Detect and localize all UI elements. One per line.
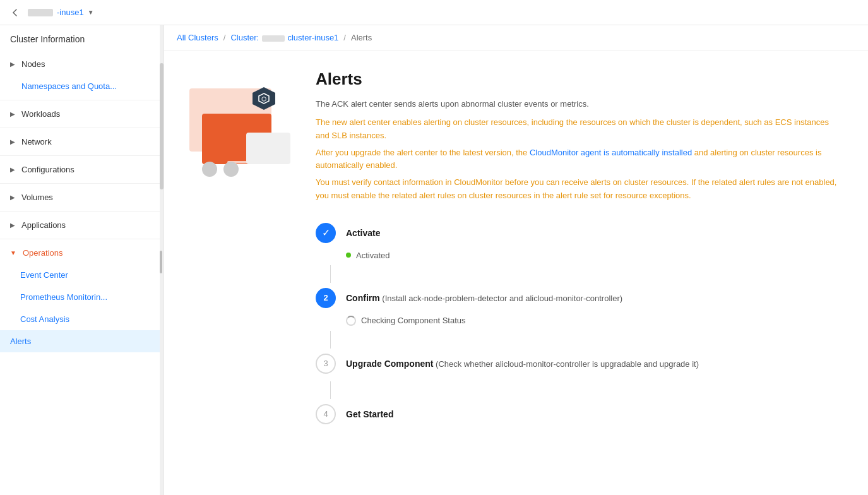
illustration: ⬡ [183, 76, 297, 189]
topbar: -inuse1 ▼ [0, 0, 868, 25]
illus-circles [202, 162, 239, 177]
step-3-title-sub: (Check whether alicloud-monitor-controll… [436, 359, 699, 369]
step-3-title: Upgrade Component [346, 359, 433, 369]
cost-analysis-label: Cost Analysis [20, 314, 69, 324]
step-1-substatus: Activated [316, 248, 843, 263]
connector-2-3 [330, 331, 331, 349]
step-2-row: 2 Confirm (Install ack-node-problem-dete… [316, 283, 843, 313]
illustration-panel: ⬡ [164, 51, 303, 495]
step-3-circle: 3 [316, 354, 336, 374]
sidebar-item-network[interactable]: ▶ Network [0, 131, 163, 153]
step-1-title: Activate [346, 228, 380, 238]
divider-2 [0, 128, 163, 128]
expand-icon: ▶ [10, 61, 15, 68]
sidebar-item-nodes[interactable]: ▶ Nodes [0, 53, 163, 75]
sidebar: Cluster Information ▶ Nodes Namespaces a… [0, 25, 164, 495]
applications-label: Applications [21, 220, 66, 230]
workloads-label: Workloads [21, 109, 60, 119]
content-area: All Clusters / Cluster: cluster-inuse1 /… [164, 25, 868, 495]
page-title: Alerts [316, 69, 843, 89]
step-3: 3 Upgrade Component (Check whether alicl… [316, 349, 843, 379]
sidebar-item-applications[interactable]: ▶ Applications [0, 214, 163, 236]
expand-icon-workloads: ▶ [10, 110, 15, 117]
network-label: Network [21, 137, 52, 146]
page-description: The ACK alert center sends alerts upon a… [316, 99, 843, 109]
breadcrumb-current: Alerts [351, 33, 372, 42]
step-1: ✓ Activate Activated [316, 218, 843, 263]
sidebar-item-alerts[interactable]: Alerts [0, 330, 163, 352]
expand-icon-apps: ▶ [10, 222, 15, 229]
steps-container: ✓ Activate Activated [316, 218, 843, 429]
divider-5 [0, 211, 163, 212]
alerts-label: Alerts [10, 337, 31, 346]
step-4-title: Get Started [346, 409, 393, 419]
step-2-substatus: Checking Component Status [316, 313, 843, 328]
expand-icon-configs: ▶ [10, 166, 15, 173]
sidebar-item-cost-analysis[interactable]: Cost Analysis [0, 308, 163, 330]
cluster-name-label: -inuse1 [57, 8, 84, 17]
step-2-content: Confirm (Install ack-node-problem-detect… [346, 293, 843, 303]
alert-line2-pre: After you upgrade the alert center to th… [316, 148, 530, 157]
cluster-selector[interactable]: -inuse1 ▼ [28, 8, 94, 17]
cluster-info-label: Cluster Information [10, 34, 85, 44]
sidebar-item-operations[interactable]: ▼ Operations [0, 242, 163, 264]
sidebar-resize-handle[interactable] [160, 251, 162, 273]
sidebar-item-cluster-information[interactable]: Cluster Information [0, 25, 163, 53]
sidebar-item-workloads[interactable]: ▶ Workloads [0, 103, 163, 125]
svg-text:⬡: ⬡ [261, 96, 266, 102]
cloudmonitor-link[interactable]: CloudMonitor agent is automatically inst… [530, 148, 692, 157]
main-content: Alerts The ACK alert center sends alerts… [303, 51, 868, 495]
alert-info-line1: The new alert center enables alerting on… [316, 116, 843, 143]
divider-6 [0, 239, 163, 239]
step-2: 2 Confirm (Install ack-node-problem-dete… [316, 283, 843, 328]
nodes-label: Nodes [21, 59, 45, 69]
namespaces-label: Namespaces and Quota... [10, 81, 117, 91]
volumes-label: Volumes [21, 193, 53, 202]
step-1-content: Activate [346, 228, 843, 238]
expand-icon-network: ▶ [10, 138, 15, 145]
step-2-title: Confirm [346, 293, 380, 303]
step-1-circle: ✓ [316, 223, 336, 243]
step-4-content: Get Started [346, 409, 843, 419]
illus-circle-2 [223, 162, 239, 177]
sidebar-item-namespaces[interactable]: Namespaces and Quota... [0, 75, 163, 97]
configurations-label: Configurations [21, 165, 74, 174]
step-2-status-text: Checking Component Status [361, 316, 465, 325]
breadcrumb-sep-2: / [343, 33, 346, 42]
breadcrumb-cluster[interactable]: Cluster: cluster-inuse1 [230, 33, 338, 42]
expand-icon-ops: ▼ [10, 249, 16, 256]
divider-4 [0, 183, 163, 184]
step-2-circle: 2 [316, 288, 336, 308]
sidebar-item-prometheus[interactable]: Prometheus Monitorin... [0, 286, 163, 308]
alert-info-line3: You must verify contact information in C… [316, 176, 843, 203]
caret-icon: ▼ [88, 9, 94, 16]
event-center-label: Event Center [20, 270, 68, 280]
connector-1-2 [330, 265, 331, 283]
back-button[interactable] [8, 5, 23, 20]
sidebar-item-event-center[interactable]: Event Center [0, 264, 163, 286]
breadcrumb: All Clusters / Cluster: cluster-inuse1 /… [164, 25, 868, 51]
sidebar-item-volumes[interactable]: ▶ Volumes [0, 186, 163, 208]
breadcrumb-sep-1: / [223, 33, 226, 42]
illus-white-rect [246, 133, 290, 164]
step-1-row: ✓ Activate [316, 218, 843, 248]
illus-circle-1 [202, 162, 217, 177]
sidebar-item-configurations[interactable]: ▶ Configurations [0, 158, 163, 181]
alert-info-line2: After you upgrade the alert center to th… [316, 146, 843, 173]
connector-3-4 [330, 381, 331, 399]
step-1-status-text: Activated [356, 251, 389, 260]
divider-3 [0, 155, 163, 156]
breadcrumb-cluster-name: cluster-inuse1 [287, 33, 338, 42]
divider-1 [0, 100, 163, 100]
step-3-row: 3 Upgrade Component (Check whether alicl… [316, 349, 843, 379]
activated-dot [346, 253, 351, 258]
step-4-row: 4 Get Started [316, 399, 843, 429]
breadcrumb-all-clusters[interactable]: All Clusters [177, 33, 218, 42]
main-layout: Cluster Information ▶ Nodes Namespaces a… [0, 25, 868, 495]
step-4: 4 Get Started [316, 399, 843, 429]
page-body: ⬡ Alerts The ACK alert center sends aler… [164, 51, 868, 495]
checking-spinner [346, 316, 356, 326]
prometheus-label: Prometheus Monitorin... [20, 292, 107, 302]
operations-label: Operations [23, 248, 63, 258]
breadcrumb-cluster-label: Cluster: [230, 33, 259, 42]
